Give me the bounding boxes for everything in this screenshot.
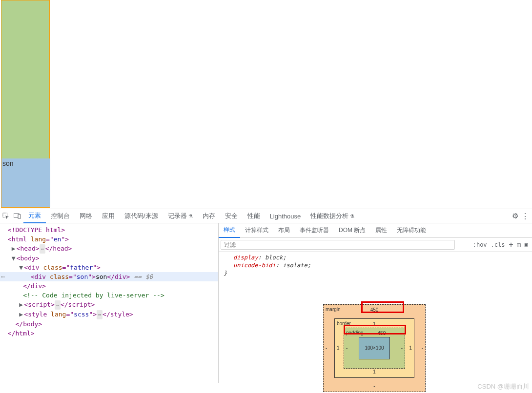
box-model-content: 100×100 <box>359 337 390 359</box>
settings-icon[interactable]: ⚙ <box>512 212 518 220</box>
styles-filter-input[interactable] <box>221 240 455 250</box>
stab-computed[interactable]: 计算样式 <box>240 223 273 238</box>
box-model-diagram[interactable]: margin 450 - - - border 1 1 1 1 padding … <box>323 304 426 392</box>
styles-pane: 样式 计算样式 布局 事件监听器 DOM 断点 属性 无障碍功能 :hov .c… <box>219 223 532 383</box>
father-element-highlight: son <box>1 0 50 208</box>
page-preview: son <box>0 0 532 209</box>
tab-performance[interactable]: 性能 <box>243 209 265 223</box>
son-element-highlight: son <box>1 158 50 207</box>
tab-memory[interactable]: 内存 <box>198 209 220 223</box>
stab-dom-bp[interactable]: DOM 断点 <box>334 223 370 238</box>
hov-toggle[interactable]: :hov <box>473 241 487 248</box>
tab-lighthouse[interactable]: Lighthouse <box>265 209 306 223</box>
tab-application[interactable]: 应用 <box>97 209 120 223</box>
new-style-rule-icon[interactable]: + <box>509 240 513 249</box>
styles-tab-bar: 样式 计算样式 布局 事件监听器 DOM 断点 属性 无障碍功能 <box>219 223 532 238</box>
style-rules[interactable]: display: block; unicode-bidi: isolate; }… <box>219 252 532 383</box>
svg-rect-2 <box>18 215 20 218</box>
tab-elements[interactable]: 元素 <box>23 209 46 223</box>
inspect-icon[interactable] <box>0 213 12 219</box>
tab-sources[interactable]: 源代码/来源 <box>120 209 163 223</box>
tab-perf-insights[interactable]: 性能数据分析⚗ <box>306 209 359 223</box>
stab-listeners[interactable]: 事件监听器 <box>295 223 334 238</box>
highlight-padding-top <box>344 325 406 334</box>
cls-toggle[interactable]: .cls <box>491 241 505 248</box>
tab-network[interactable]: 网络 <box>75 209 97 223</box>
more-icon[interactable]: ⋮ <box>521 212 529 221</box>
highlight-margin-top <box>361 301 404 313</box>
watermark: CSDN @珊珊而川 <box>477 382 529 391</box>
elements-tree[interactable]: <!DOCTYPE html> <html lang="en"> ▶<head>… <box>0 223 219 383</box>
tab-recorder[interactable]: 记录器⚗ <box>163 209 198 223</box>
tab-console[interactable]: 控制台 <box>46 209 75 223</box>
stab-a11y[interactable]: 无障碍功能 <box>392 223 431 238</box>
computed-toggle-icon[interactable]: ▣ <box>525 241 528 248</box>
toggle-rendering-icon[interactable]: ◫ <box>517 241 521 248</box>
stab-layout[interactable]: 布局 <box>273 223 295 238</box>
stab-styles[interactable]: 样式 <box>219 223 240 238</box>
stab-properties[interactable]: 属性 <box>370 223 392 238</box>
selected-node[interactable]: ⋯ <div class="son">son</div> == $0 <box>0 272 218 281</box>
tab-security[interactable]: 安全 <box>220 209 243 223</box>
devtools-tab-bar: 元素 控制台 网络 应用 源代码/来源 记录器⚗ 内存 安全 性能 Lighth… <box>0 209 532 223</box>
device-toggle-icon[interactable] <box>12 213 23 219</box>
